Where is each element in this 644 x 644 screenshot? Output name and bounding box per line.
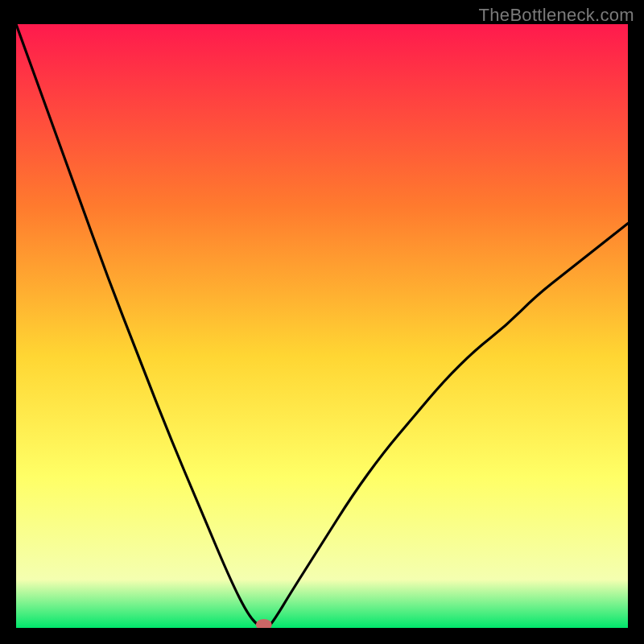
bottleneck-chart bbox=[16, 24, 628, 628]
plot-area bbox=[16, 24, 628, 628]
watermark-text: TheBottleneck.com bbox=[479, 5, 634, 26]
chart-frame: TheBottleneck.com bbox=[0, 0, 644, 644]
gradient-background bbox=[16, 24, 628, 628]
